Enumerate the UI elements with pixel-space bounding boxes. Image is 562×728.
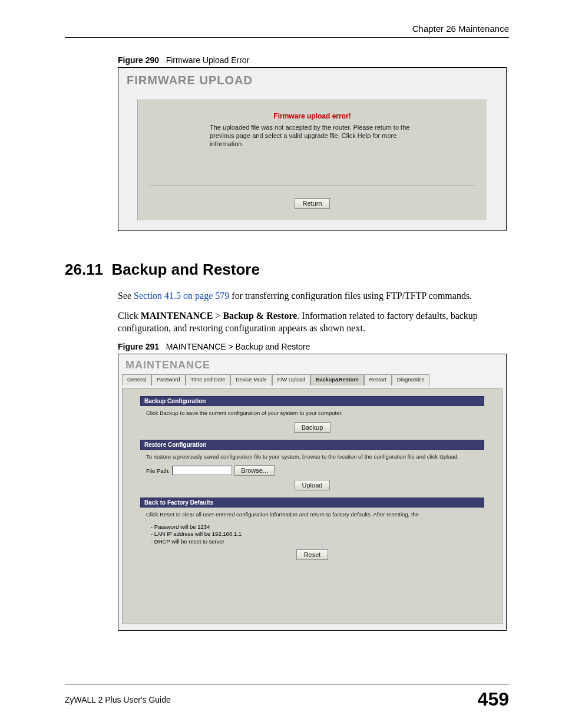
figure-290-caption-text: Firmware Upload Error [166, 55, 250, 65]
firmware-error-panel: Firmware upload error! The uploaded file… [137, 100, 487, 221]
browse-button[interactable]: Browse... [234, 465, 275, 476]
factory-defaults-bar: Back to Factory Defaults [140, 498, 484, 508]
backup-configuration-bar: Backup Configuration [140, 396, 484, 406]
factory-instruction-text: Click Reset to clear all user-entered co… [146, 511, 478, 518]
upload-button[interactable]: Upload [295, 480, 330, 490]
figure-290-screenshot: FIRMWARE UPLOAD Firmware upload error! T… [118, 67, 507, 231]
chapter-header: Chapter 26 Maintenance [65, 24, 509, 34]
tab-diagnostics[interactable]: Diagnostics [392, 374, 430, 386]
footer-page-number: 459 [478, 689, 509, 710]
reset-button[interactable]: Reset [296, 549, 329, 560]
return-button[interactable]: Return [295, 198, 329, 209]
restore-instruction-text: To restore a previously saved configurat… [146, 453, 478, 460]
figure-291-label: Figure 291 [118, 342, 159, 351]
firmware-error-heading: Firmware upload error! [138, 100, 487, 120]
backup-button[interactable]: Backup [294, 422, 331, 433]
maintenance-panel: Backup Configuration Click Backup to sav… [122, 388, 503, 624]
section-paragraph-1: See Section 41.5 on page 579 for transfe… [118, 289, 509, 302]
tab-password[interactable]: Password [151, 374, 186, 386]
tab-time-date[interactable]: Time and Date [186, 374, 231, 386]
tab-general[interactable]: General [122, 374, 151, 386]
figure-290-caption: Figure 290 Firmware Upload Error [118, 55, 509, 65]
figure-290-label: Figure 290 [118, 55, 159, 65]
section-title: Backup and Restore [112, 261, 260, 278]
backup-instruction-text: Click Backup to save the current configu… [146, 410, 478, 417]
section-number: 26.11 [65, 261, 103, 278]
tab-fw-upload[interactable]: F/W Upload [272, 374, 311, 386]
factory-bullets: - Password will be 1234 - LAN IP address… [151, 523, 478, 545]
section-paragraph-2: Click MAINTENANCE > Backup & Restore. In… [118, 309, 509, 335]
maintenance-title: MAINTENANCE [118, 354, 506, 374]
separator-line [150, 185, 475, 186]
figure-291-caption-text: MAINTENANCE > Backup and Restore [166, 342, 310, 351]
footer-rule [65, 684, 509, 684]
factory-bullet-2: - LAN IP address will be 192.168.1.1 [151, 531, 478, 538]
figure-291-caption: Figure 291 MAINTENANCE > Backup and Rest… [118, 342, 509, 351]
tab-backup-restore[interactable]: Backup&Restore [310, 374, 364, 386]
tab-restart[interactable]: Restart [364, 374, 392, 386]
section-heading: 26.11 Backup and Restore [65, 261, 509, 279]
restore-configuration-bar: Restore Configuration [140, 440, 484, 450]
footer-guide-name: ZyWALL 2 Plus User's Guide [65, 695, 171, 704]
factory-bullet-1: - Password will be 1234 [151, 523, 478, 531]
cross-reference-link[interactable]: Section 41.5 on page 579 [134, 291, 229, 301]
firmware-upload-title: FIRMWARE UPLOAD [118, 68, 506, 87]
factory-bullet-3: - DHCP will be reset to server [151, 538, 478, 545]
file-path-input[interactable] [172, 466, 232, 475]
firmware-error-message: The uploaded file was not accepted by th… [138, 120, 487, 148]
tab-device-mode[interactable]: Device Mode [230, 374, 272, 386]
figure-291-screenshot: MAINTENANCE General Password Time and Da… [118, 354, 507, 631]
tab-strip: General Password Time and Date Device Mo… [118, 374, 506, 385]
file-path-label: File Path: [146, 467, 170, 474]
header-rule [65, 37, 509, 38]
